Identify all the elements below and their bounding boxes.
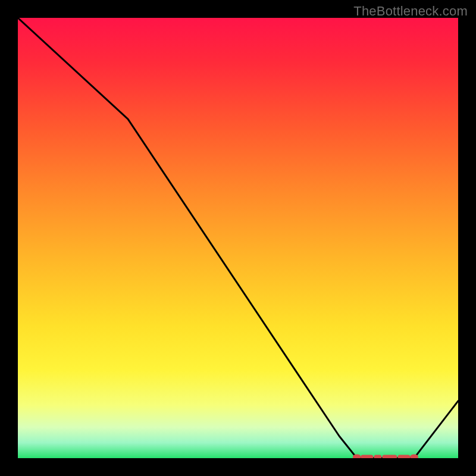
watermark-text: TheBottleneck.com bbox=[353, 4, 468, 19]
chart-svg bbox=[18, 18, 458, 458]
plot-area bbox=[18, 18, 458, 458]
gradient-background bbox=[18, 18, 458, 458]
chart-frame: TheBottleneck.com bbox=[0, 0, 476, 476]
